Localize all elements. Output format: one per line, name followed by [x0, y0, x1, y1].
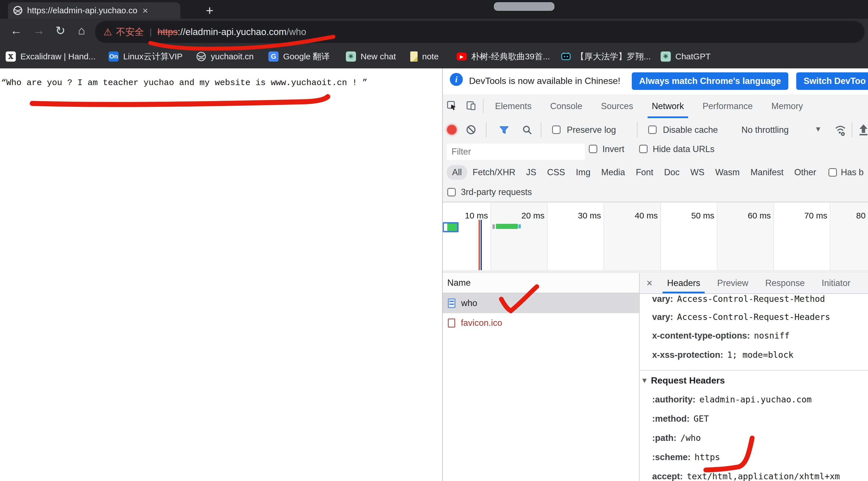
import-har-icon[interactable] [857, 123, 868, 137]
bookmark-chatgpt[interactable]: ✳ ChatGPT [661, 44, 711, 68]
bookmark-label: note [422, 52, 438, 61]
type-filter-font[interactable]: Font [630, 165, 659, 180]
clear-button[interactable] [466, 124, 476, 136]
address-bar[interactable]: ⚠ 不安全 | https ://eladmin-api.yuchao.com … [95, 21, 865, 43]
url-scheme: https [157, 27, 178, 37]
type-filter-fetch[interactable]: Fetch/XHR [467, 165, 521, 180]
switch-devtools-button[interactable]: Switch DevToo [796, 72, 868, 90]
type-filter-wasm[interactable]: Wasm [710, 165, 745, 180]
header-line: vary: Access-Control-Request-Method [652, 294, 825, 304]
header-line: :scheme: https [652, 452, 720, 462]
filter-input[interactable] [447, 144, 585, 160]
header-value: Access-Control-Request-Headers [677, 312, 830, 322]
bookmark-yuchaoit[interactable]: yuchaoit.cn [196, 44, 254, 68]
third-party-checkbox[interactable] [447, 188, 456, 197]
hide-data-urls-checkbox[interactable] [639, 145, 648, 153]
who-request-bar[interactable] [443, 222, 459, 232]
type-filter-doc[interactable]: Doc [659, 165, 685, 180]
type-filter-js[interactable]: JS [521, 165, 541, 180]
hide-data-urls-label: Hide data URLs [653, 144, 715, 154]
panel-splitter[interactable] [639, 273, 640, 481]
tab-performance[interactable]: Performance [693, 94, 762, 118]
bookmark-google-translate[interactable]: G Google 翻译 [269, 44, 330, 68]
type-filter-img[interactable]: Img [570, 165, 596, 180]
reload-button[interactable]: ↻ [55, 24, 65, 38]
gridline [547, 203, 548, 270]
name-column-header[interactable]: Name [443, 273, 639, 293]
tab-elements[interactable]: Elements [486, 94, 541, 118]
type-filter-media[interactable]: Media [596, 165, 630, 180]
triangle-down-icon: ▼ [641, 376, 648, 385]
tab-sources[interactable]: Sources [592, 94, 643, 118]
tab-network[interactable]: Network [643, 94, 693, 118]
request-headers-section[interactable]: ▼ Request Headers [641, 375, 725, 386]
chevron-down-icon[interactable]: ▾ [816, 124, 820, 134]
type-filter-ws[interactable]: WS [685, 165, 710, 180]
preserve-log-checkbox[interactable] [552, 125, 561, 134]
tab-memory[interactable]: Memory [762, 94, 812, 118]
header-value: 1; mode=block [727, 350, 794, 360]
type-filter-other[interactable]: Other [789, 165, 822, 180]
bookmark-linux-vip[interactable]: On Linux云计算VIP [108, 44, 183, 68]
has-blocked-cookies-checkbox[interactable] [829, 168, 837, 177]
new-tab-button[interactable]: + [201, 3, 218, 18]
tab-response[interactable]: Response [757, 273, 813, 293]
throttling-select[interactable]: No throttling [741, 125, 788, 135]
divider [851, 122, 852, 137]
request-row-who[interactable]: who [443, 293, 639, 313]
back-button[interactable]: ← [10, 24, 22, 37]
inspect-element-icon[interactable] [443, 100, 461, 113]
tick-30ms: 30 ms [556, 211, 601, 220]
network-conditions-icon[interactable] [834, 123, 847, 138]
forward-button[interactable]: → [33, 24, 44, 37]
tab-console[interactable]: Console [541, 94, 592, 118]
dom-content-loaded-line [478, 220, 480, 270]
page-body-text: “Who are you ? I am teacher yuchao and m… [1, 78, 367, 88]
favicon-end-tick [519, 224, 521, 228]
devtools-tabbar: Elements Console Sources Network Perform… [443, 94, 868, 118]
tab-favicon-globe-icon [13, 6, 23, 15]
bar-content-segment [447, 223, 457, 231]
section-title: Request Headers [651, 375, 725, 386]
tab-headers[interactable]: Headers [659, 273, 709, 293]
load-event-line [480, 220, 482, 270]
type-filter-manifest[interactable]: Manifest [745, 165, 789, 180]
match-language-button[interactable]: Always match Chrome's language [632, 72, 788, 90]
disable-cache-checkbox[interactable] [648, 125, 657, 134]
tab-close-icon[interactable]: × [143, 5, 148, 16]
network-overview-timeline[interactable]: 10 ms 20 ms 30 ms 40 ms 50 ms 60 ms 70 m… [443, 203, 868, 270]
tab-preview[interactable]: Preview [709, 273, 757, 293]
search-icon[interactable] [522, 124, 533, 137]
header-name: :authority: [652, 394, 695, 405]
invert-checkbox[interactable] [589, 145, 597, 153]
bookmark-excalidraw[interactable]: 𝕏 Excalidraw | Hand... [6, 44, 95, 68]
tab-initiator[interactable]: Initiator [813, 273, 859, 293]
preserve-log-label: Preserve log [567, 125, 616, 135]
bookmark-new-chat[interactable]: ✳ New chat [346, 44, 396, 68]
header-value: https [694, 452, 720, 462]
type-filter-css[interactable]: CSS [541, 165, 570, 180]
tick-60ms: 60 ms [725, 211, 771, 220]
header-value: /who [680, 433, 701, 443]
bookmark-youtube[interactable]: ▶ 朴树-经典歌曲39首... [457, 44, 550, 68]
bookmark-bilibili[interactable]: 【厚大法学】罗翔... [561, 44, 651, 68]
request-name: who [461, 298, 477, 308]
type-filter-all[interactable]: All [447, 165, 467, 180]
close-details-icon[interactable]: × [640, 277, 659, 289]
home-button[interactable]: ⌂ [78, 24, 85, 37]
window-drag-pill[interactable] [494, 2, 554, 11]
bookmark-note[interactable]: note [410, 44, 438, 68]
request-row-favicon[interactable]: favicon.ico [443, 313, 639, 333]
record-button[interactable] [447, 125, 457, 134]
not-secure-label[interactable]: 不安全 [116, 26, 144, 38]
request-details-tabbar: × Headers Preview Response Initiator [640, 273, 868, 294]
favicon-request-bar[interactable] [496, 224, 518, 229]
browser-tab[interactable]: https://eladmin-api.yuchao.co × [8, 2, 180, 19]
device-toolbar-icon[interactable] [461, 100, 480, 113]
filter-toggle-icon[interactable] [498, 124, 510, 137]
request-name: favicon.ico [461, 318, 502, 328]
chatgpt-icon: ✳ [661, 52, 671, 62]
header-name: :method: [652, 414, 690, 424]
header-line: vary: Access-Control-Request-Headers [652, 312, 830, 322]
header-name: accept: [652, 471, 683, 481]
